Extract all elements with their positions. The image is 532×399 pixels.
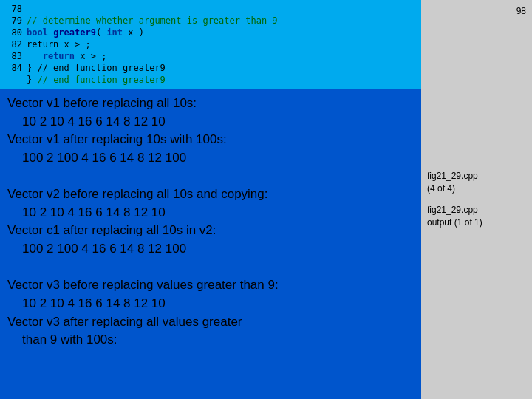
code-line-82: 83 return x > ; [4, 50, 417, 62]
code-line-84: } // end function greater9 [4, 74, 417, 86]
line-number [4, 74, 22, 86]
code-content: // determine whether argument is greater… [27, 15, 278, 27]
output-line-4: 100 2 100 4 16 6 14 8 12 100 [7, 149, 414, 168]
code-content: bool greater9( int x ) [27, 27, 144, 38]
page-number-display: 98 [516, 6, 526, 16]
right-panel: 98 fig21_29.cpp (4 of 4) fig21_29.cpp ou… [421, 0, 532, 399]
file2-name: fig21_29.cpp [427, 205, 478, 215]
code-content: return x > ; [27, 38, 91, 50]
code-line-79: 79 // determine whether argument is grea… [4, 15, 417, 27]
code-content: return x > ; [27, 50, 106, 62]
file1-page: (4 of 4) [427, 183, 455, 194]
file2-label: fig21_29.cpp output (1 of 1) [427, 204, 526, 229]
output-text: Vector v1 before replacing all 10s: 10 2… [7, 95, 414, 349]
output-line-8: Vector c1 after replacing all 10s in v2: [7, 222, 414, 240]
file1-name: fig21_29.cpp [427, 171, 478, 181]
output-line-12: 10 2 10 4 16 6 14 8 12 10 [7, 295, 414, 313]
code-content: } // end function greater9 [27, 62, 166, 74]
output-line-11: Vector v3 before replacing values greate… [7, 276, 414, 295]
file2-page: output (1 of 1) [427, 217, 482, 228]
code-section: 78 79 // determine whether argument is g… [0, 0, 421, 89]
code-content: } // end function greater9 [27, 74, 166, 86]
output-line-9: 100 2 100 4 16 6 14 8 12 100 [7, 240, 414, 259]
file1-label: fig21_29.cpp (4 of 4) [427, 170, 526, 195]
output-line-13: Vector v3 after replacing all values gre… [7, 313, 414, 332]
output-line-6: Vector v2 before replacing all 10s and c… [7, 185, 414, 204]
code-line-80: 80 bool greater9( int x ) [4, 27, 417, 38]
line-number: 83 [4, 50, 22, 62]
output-line-2: 10 2 10 4 16 6 14 8 12 10 [7, 113, 414, 132]
line-number: 84 [4, 62, 22, 74]
output-line-1: Vector v1 before replacing all 10s: [7, 95, 414, 113]
output-line-14: than 9 with 100s: [7, 331, 414, 349]
output-line-7: 10 2 10 4 16 6 14 8 12 10 [7, 204, 414, 222]
line-number: 80 [4, 27, 22, 38]
code-line-78: 78 [4, 3, 417, 15]
code-line-83: 84 } // end function greater9 [4, 62, 417, 74]
output-line-3: Vector v1 after replacing 10s with 100s: [7, 131, 414, 149]
output-section: Vector v1 before replacing all 10s: 10 2… [0, 89, 421, 399]
line-number: 82 [4, 38, 22, 50]
code-line-81: 82 return x > ; [4, 38, 417, 50]
line-number: 78 [4, 3, 22, 15]
line-number: 79 [4, 15, 22, 27]
